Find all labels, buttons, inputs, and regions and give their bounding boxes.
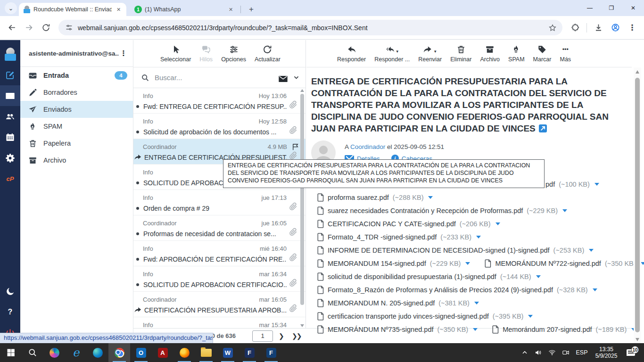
calendar-nav[interactable] <box>0 127 20 148</box>
attachment-menu-icon[interactable] <box>474 302 479 304</box>
file-explorer-app[interactable] <box>195 343 217 362</box>
flag-app[interactable]: F <box>260 343 282 362</box>
message-row[interactable]: InfoHoy 13:06Fwd: ENTREGA DE CERTIFICACI… <box>133 88 305 114</box>
attachment-name[interactable]: MEMORANDUM 154-signed.pdf <box>328 260 426 267</box>
attachment-menu-icon[interactable] <box>473 328 478 331</box>
message-row[interactable]: Coordinadormar 16:05CERTIFICACIÓN PRESUP… <box>133 292 305 317</box>
last-page-icon[interactable]: ❯❯ <box>292 329 301 344</box>
attachment-name[interactable]: pdf <box>545 181 555 188</box>
roundcube-logo[interactable] <box>0 44 20 65</box>
scroll-up-icon[interactable] <box>300 89 304 92</box>
attachment-menu-icon[interactable] <box>528 315 533 318</box>
attachment-item[interactable]: Formato_4_TDR -signed-signed.pdf(~233 KB… <box>317 233 481 241</box>
sidebar-item-papelera[interactable]: Papelera <box>20 135 133 152</box>
scroll-up-icon[interactable] <box>636 70 639 74</box>
message-row[interactable]: Infomar 16:34SOLICITUD DE APROBACION CER… <box>133 266 305 292</box>
attachment-name[interactable]: MEMORÁNDUM Nº722-signed.pdf <box>495 260 601 267</box>
sidebar-item-enviados[interactable]: Enviados <box>20 101 133 118</box>
chrome-app[interactable] <box>108 343 130 362</box>
attachment-item[interactable]: MEMORANDUM N. 205-signed.pdf(~381 KB) <box>317 299 479 307</box>
fes-app[interactable]: F <box>239 343 260 362</box>
attachment-item[interactable]: CERTIFICACION PAC Y CATE-signed.pdf(~206… <box>317 220 500 228</box>
word-app[interactable]: W <box>217 343 239 362</box>
chevron-down-icon[interactable]: ▼ <box>396 49 399 54</box>
más-button[interactable]: •••Más <box>555 44 575 63</box>
attachment-menu-icon[interactable] <box>589 249 594 252</box>
attachment-item[interactable]: solicitud de disponibilidad presupuestar… <box>317 272 541 281</box>
sidebar-item-borradores[interactable]: Borradores <box>20 84 133 101</box>
attachment-name[interactable]: solicitud de disponibilidad presupuestar… <box>328 273 496 280</box>
flag-icon[interactable] <box>291 143 299 151</box>
contacts-nav[interactable] <box>0 106 20 127</box>
responder--button[interactable]: ▼Responder ... <box>370 44 414 63</box>
search-input[interactable] <box>155 74 273 82</box>
attachment-menu-icon[interactable] <box>594 183 599 186</box>
back-icon[interactable] <box>5 21 19 35</box>
open-in-new-window-icon[interactable] <box>539 124 547 132</box>
url-text[interactable]: webmail.sanjuan.gob.ec/cpsess4685020211/… <box>78 24 544 32</box>
wifi-icon[interactable] <box>545 343 559 362</box>
browser-tab-whatsapp[interactable]: 1 (1) WhatsApp ✕ <box>130 3 239 16</box>
copilot-app[interactable] <box>43 343 65 362</box>
site-settings-icon[interactable] <box>65 24 73 32</box>
search-icon[interactable] <box>141 74 149 82</box>
archivo-button[interactable]: Archivo <box>476 44 504 63</box>
browser-menu-icon[interactable]: ⋮ <box>625 21 639 35</box>
list-scrollbar[interactable] <box>299 88 305 328</box>
chevron-down-icon[interactable]: ▼ <box>433 49 437 54</box>
notifications-button[interactable]: 10 <box>621 349 640 356</box>
recipient-link[interactable]: Coordinador <box>350 143 385 150</box>
account-header[interactable]: asistente-administrativo@sa... ⋮ <box>20 40 133 67</box>
responder-button[interactable]: Responder <box>333 44 370 63</box>
attachment-name[interactable]: Formato_4_TDR -signed-signed.pdf <box>328 233 437 241</box>
attachment-name[interactable]: proforma suarez.pdf <box>328 194 389 201</box>
scrollbar-thumb[interactable] <box>300 94 304 305</box>
opciones-button[interactable]: Opciones <box>217 44 250 63</box>
forward-icon[interactable] <box>22 21 36 35</box>
tab-search-icon[interactable]: ⌄ <box>5 2 17 14</box>
reader-scrollbar[interactable] <box>634 67 641 343</box>
meet-now-icon[interactable] <box>559 343 572 362</box>
sidebar-item-spam[interactable]: SPAM <box>20 118 133 135</box>
attachment-name[interactable]: MEMORÁNDUM Nº735-signed.pdf <box>328 326 433 333</box>
search-scope-mail-icon[interactable] <box>278 74 288 82</box>
next-page-icon[interactable]: ❯ <box>279 329 284 344</box>
downloads-icon[interactable] <box>591 21 605 35</box>
firefox-app[interactable] <box>173 343 195 362</box>
attachment-menu-icon[interactable] <box>593 288 597 291</box>
browser-tab-roundcube[interactable]: Roundcube Webmail :: Enviados ✕ <box>19 3 126 16</box>
sidebar-item-archivo[interactable]: Archivo <box>20 152 133 169</box>
attachment-name[interactable]: Memorándum 207-signed.pdf <box>503 326 592 333</box>
marcar-button[interactable]: Marcar <box>529 44 556 63</box>
acrobat-app[interactable]: A <box>152 343 173 362</box>
close-button[interactable]: ✕ <box>622 0 644 16</box>
attachment-name[interactable]: Formato_8_Razón de Proformas y Análisis … <box>328 286 553 294</box>
attachment-name[interactable]: certificacion transporte judo vinces-sig… <box>328 313 489 320</box>
message-row[interactable]: Infojue 17:13Orden de compra # 29 <box>133 190 305 215</box>
attachment-item[interactable]: certificacion transporte judo vinces-sig… <box>317 312 533 321</box>
taskbar-search[interactable] <box>22 343 43 362</box>
volume-icon[interactable] <box>531 343 545 362</box>
bookmark-star-icon[interactable] <box>548 24 557 32</box>
search-bar[interactable] <box>133 67 305 88</box>
start-button[interactable] <box>0 343 22 362</box>
settings-nav[interactable] <box>0 148 20 168</box>
dark-mode-toggle[interactable] <box>0 281 20 302</box>
folder-options-icon[interactable]: ⋮ <box>119 49 128 58</box>
attachment-menu-icon[interactable] <box>562 209 567 212</box>
language-indicator[interactable]: ESP <box>572 349 591 356</box>
attachment-name[interactable]: CERTIFICACION PAC Y CATE-signed.pdf <box>328 220 456 228</box>
compose-button[interactable] <box>0 65 20 85</box>
address-bar[interactable]: webmail.sanjuan.gob.ec/cpsess4685020211/… <box>58 20 562 35</box>
reenviar-button[interactable]: ▼Reenviar <box>414 44 446 63</box>
attachment-item[interactable]: Memorándum 207-signed.pdf(~189 KB) <box>492 325 636 334</box>
spam-button[interactable]: SPAM <box>504 44 529 63</box>
close-tab-icon[interactable]: ✕ <box>115 6 123 14</box>
minimize-button[interactable]: — <box>579 0 601 16</box>
attachment-menu-icon[interactable] <box>495 222 500 225</box>
reload-icon[interactable] <box>39 21 53 35</box>
attachment-menu-icon[interactable] <box>476 236 481 239</box>
scroll-down-icon[interactable] <box>300 324 304 327</box>
attachment-menu-icon[interactable] <box>465 262 470 265</box>
attachment-menu-icon[interactable] <box>428 196 433 199</box>
